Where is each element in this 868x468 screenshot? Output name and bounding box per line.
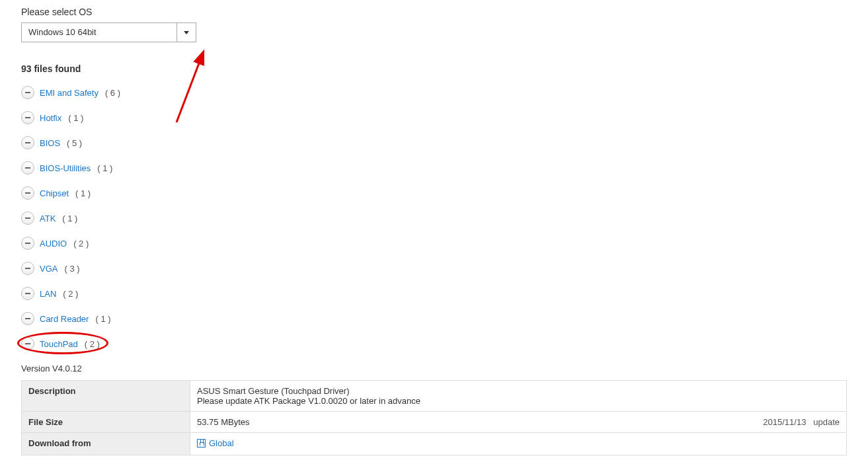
category-name[interactable]: EMI and Safety	[40, 88, 99, 98]
category-name[interactable]: LAN	[40, 289, 56, 299]
category-name[interactable]: BIOS	[40, 138, 60, 148]
category-item-chipset[interactable]: Chipset( 1 )	[21, 186, 847, 200]
category-name[interactable]: Card Reader	[40, 314, 89, 324]
category-list: EMI and Safety( 6 )Hotfix( 1 )BIOS( 5 )B…	[21, 86, 847, 350]
category-count: ( 1 )	[75, 188, 91, 198]
os-select-label: Please select OS	[21, 7, 847, 17]
collapse-icon[interactable]	[21, 287, 34, 300]
description-value: ASUS Smart Gesture (Touchpad Driver) Ple…	[190, 381, 847, 412]
filesize-value: 53.75 MBytes 2015/11/13 update	[190, 412, 847, 433]
collapse-icon[interactable]	[21, 86, 34, 99]
category-count: ( 3 )	[64, 264, 79, 274]
category-count: ( 2 )	[73, 239, 89, 249]
category-count: ( 5 )	[67, 138, 82, 148]
category-item-bios-utilities[interactable]: BIOS-Utilities( 1 )	[21, 161, 847, 175]
download-from-value: Global	[190, 433, 847, 455]
category-count: ( 1 )	[95, 314, 110, 324]
download-global-link[interactable]: Global	[197, 438, 234, 448]
collapse-icon[interactable]	[21, 161, 34, 175]
category-item-hotfix[interactable]: Hotfix( 1 )	[21, 111, 847, 124]
save-icon	[197, 439, 206, 448]
files-found-count: 93 files found	[21, 63, 847, 74]
version-text: Version V4.0.12	[21, 364, 847, 373]
collapse-icon[interactable]	[21, 186, 34, 200]
detail-table: Description ASUS Smart Gesture (Touchpad…	[21, 380, 847, 455]
category-name[interactable]: BIOS-Utilities	[40, 163, 91, 173]
category-name[interactable]: Chipset	[40, 188, 69, 198]
category-count: ( 1 )	[97, 163, 112, 173]
os-dropdown-value: Windows 10 64bit	[22, 23, 177, 42]
category-item-card-reader[interactable]: Card Reader( 1 )	[21, 312, 847, 325]
collapse-icon[interactable]	[21, 212, 34, 225]
category-name[interactable]: AUDIO	[40, 239, 67, 249]
category-count: ( 2 )	[85, 339, 100, 349]
category-count: ( 6 )	[105, 88, 120, 98]
category-count: ( 2 )	[63, 289, 78, 299]
description-label: Description	[22, 381, 190, 412]
download-from-label: Download from	[22, 433, 190, 455]
collapse-icon[interactable]	[21, 237, 34, 250]
table-row-download: Download from Global	[22, 433, 847, 455]
category-name[interactable]: VGA	[40, 264, 58, 274]
collapse-icon[interactable]	[21, 262, 34, 275]
update-info: 2015/11/13 update	[763, 417, 840, 427]
category-name[interactable]: ATK	[40, 214, 56, 223]
category-name[interactable]: TouchPad	[40, 339, 78, 349]
category-count: ( 1 )	[68, 113, 83, 123]
collapse-icon[interactable]	[21, 337, 34, 350]
collapse-icon[interactable]	[21, 312, 34, 325]
category-count: ( 1 )	[62, 214, 77, 223]
collapse-icon[interactable]	[21, 136, 34, 149]
category-item-bios[interactable]: BIOS( 5 )	[21, 136, 847, 149]
chevron-down-icon[interactable]	[177, 23, 196, 42]
category-name[interactable]: Hotfix	[40, 113, 61, 123]
category-item-emi-and-safety[interactable]: EMI and Safety( 6 )	[21, 86, 847, 99]
category-item-touchpad[interactable]: TouchPad( 2 )	[21, 337, 847, 350]
filesize-label: File Size	[22, 412, 190, 433]
category-item-audio[interactable]: AUDIO( 2 )	[21, 237, 847, 250]
os-dropdown[interactable]: Windows 10 64bit	[21, 22, 196, 42]
table-row-description: Description ASUS Smart Gesture (Touchpad…	[22, 381, 847, 412]
category-item-atk[interactable]: ATK( 1 )	[21, 212, 847, 225]
category-item-vga[interactable]: VGA( 3 )	[21, 262, 847, 275]
collapse-icon[interactable]	[21, 111, 34, 124]
category-item-lan[interactable]: LAN( 2 )	[21, 287, 847, 300]
table-row-filesize: File Size 53.75 MBytes 2015/11/13 update	[22, 412, 847, 433]
